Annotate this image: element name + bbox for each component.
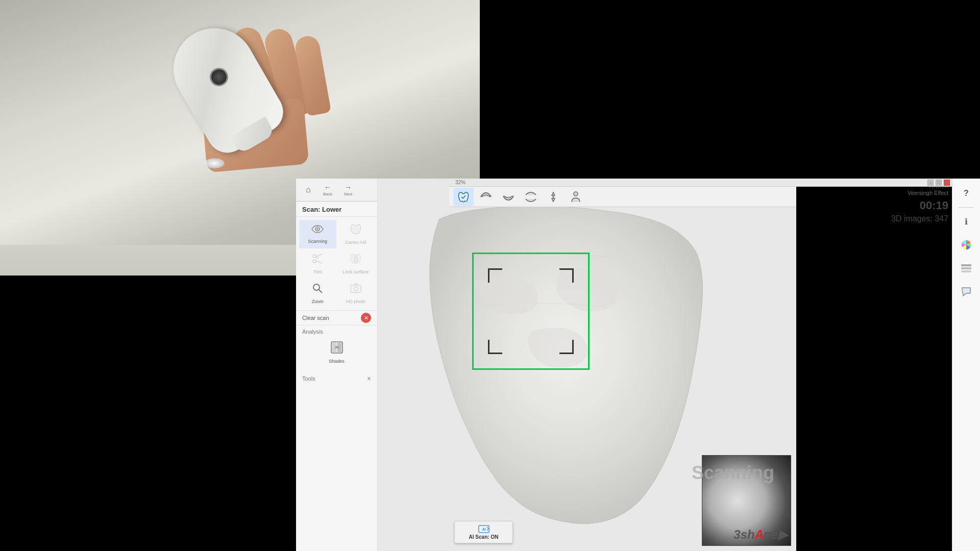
info-button[interactable]: ℹ — [957, 212, 976, 231]
trim-tool: Trim — [299, 249, 336, 278]
lock-surface-label: Lock surface — [342, 269, 369, 275]
help-button[interactable]: ? — [957, 184, 976, 203]
color-button[interactable] — [957, 235, 976, 255]
svg-point-13 — [354, 287, 358, 291]
lower-jaw-icon — [502, 192, 514, 202]
logo-accent: A — [755, 528, 764, 541]
svg-point-20 — [552, 196, 554, 198]
zoom-label: Zoom — [312, 299, 324, 305]
clear-scan-row: Clear scan ✕ — [296, 310, 377, 325]
ai-scan-button[interactable]: AI AI Scan: ON — [454, 521, 513, 543]
minimize-button[interactable]: – — [927, 180, 934, 186]
svg-point-21 — [574, 192, 578, 196]
chat-icon — [961, 287, 971, 297]
scanner-button — [206, 64, 231, 89]
scanning-icon — [311, 224, 324, 237]
analysis-grid: AI Shades — [302, 337, 371, 368]
clear-scan-button[interactable]: ✕ — [361, 313, 371, 323]
svg-rect-9 — [354, 258, 357, 262]
svg-point-4 — [313, 255, 316, 258]
layers-button[interactable] — [957, 259, 976, 278]
tool-grid: Scanning Caries Aid Trim — [296, 217, 377, 310]
toolbar-lower-jaw[interactable] — [498, 188, 519, 206]
svg-marker-19 — [552, 198, 555, 202]
user-subtitle: Veersingh Effect — [908, 190, 948, 196]
shades-icon: AI — [330, 341, 344, 357]
zoom-svg — [311, 282, 324, 294]
svg-rect-12 — [351, 285, 361, 292]
tools-section: Tools × — [296, 370, 377, 385]
toolbar-upper-jaw[interactable] — [476, 188, 496, 206]
help-icon: ? — [964, 189, 969, 198]
caries-aid-tool: Caries Aid — [337, 220, 375, 248]
lock-surface-tool: Lock surface — [337, 249, 375, 278]
chat-button[interactable] — [957, 282, 976, 302]
person-icon — [571, 191, 581, 203]
clear-scan-label[interactable]: Clear scan — [302, 315, 329, 321]
panel-divider-1 — [959, 207, 974, 208]
scissors-svg — [311, 253, 324, 265]
toolbar-bite[interactable] — [521, 188, 541, 206]
top-toolbar — [449, 187, 796, 207]
corner-marker-tr — [559, 268, 574, 283]
scan-label: Scan: Lower — [296, 202, 377, 217]
scanning-tool[interactable]: Scanning — [299, 220, 336, 248]
scanning-status-text: Scanning — [692, 462, 774, 484]
svg-rect-23 — [961, 264, 971, 266]
upper-jaw-icon — [480, 192, 492, 202]
svg-line-6 — [316, 254, 323, 257]
caries-aid-label: Caries Aid — [345, 240, 366, 245]
home-button[interactable]: ⌂ — [300, 182, 316, 198]
lock-surface-icon — [350, 253, 362, 268]
tools-label: Tools — [302, 375, 315, 382]
scanner-tip — [230, 116, 275, 155]
svg-marker-18 — [552, 192, 555, 195]
panel-header: ⌂ ← Back → Next — [296, 179, 377, 202]
left-panel: ⌂ ← Back → Next Scan: Lower Scanning — [296, 179, 378, 551]
top-right-black — [480, 0, 980, 179]
shades-tool[interactable]: AI Shades — [303, 338, 370, 367]
images-count-display: 3D images: 347 — [891, 214, 948, 223]
shades-label: Shades — [329, 359, 345, 364]
ai-scan-label: AI Scan: ON — [469, 534, 499, 540]
right-info-panel: ? ℹ — [952, 179, 980, 551]
hd-photo-tool: HD photo — [337, 279, 375, 308]
zoom-icon — [311, 282, 324, 297]
corner-marker-tl — [488, 268, 502, 283]
back-button[interactable]: ← Back — [318, 182, 337, 198]
scanning-label: Scanning — [308, 239, 327, 244]
bottom-left — [0, 276, 296, 551]
bite-icon — [525, 191, 537, 203]
svg-point-3 — [317, 229, 318, 230]
next-button[interactable]: → Next — [339, 182, 357, 198]
tooth-check-icon — [457, 191, 470, 203]
color-wheel-icon — [961, 239, 972, 251]
trim-icon — [311, 253, 324, 268]
svg-rect-24 — [961, 267, 971, 269]
zoom-level: 32% — [451, 180, 925, 185]
logo-3shape: 3shApe▶ — [733, 528, 787, 542]
back-icon: ← — [324, 183, 331, 191]
info-icon: ℹ — [965, 217, 968, 227]
next-icon: → — [345, 183, 352, 191]
svg-text:AI: AI — [335, 345, 338, 349]
shades-svg: AI — [330, 341, 344, 354]
toolbar-orient[interactable] — [543, 188, 564, 206]
maximize-button[interactable]: □ — [936, 180, 942, 186]
caries-aid-icon — [350, 223, 362, 238]
scanning-svg — [311, 224, 324, 234]
timer-display: 00:19 — [920, 199, 948, 212]
zoom-tool[interactable]: Zoom — [299, 279, 336, 308]
toolbar-person[interactable] — [566, 188, 586, 206]
corner-marker-bl — [488, 340, 502, 354]
svg-line-11 — [319, 289, 323, 293]
svg-text:AI: AI — [482, 527, 485, 531]
tools-close-button[interactable]: × — [367, 374, 371, 383]
svg-line-7 — [316, 260, 323, 263]
toolbar-tooth-check[interactable] — [453, 188, 474, 206]
ai-scan-icon: AI — [478, 525, 489, 533]
close-button[interactable]: × — [944, 180, 950, 186]
hd-photo-label: HD photo — [346, 299, 365, 305]
analysis-label: Analysis — [302, 329, 371, 335]
window-titlebar: 32% – □ × — [449, 179, 952, 187]
